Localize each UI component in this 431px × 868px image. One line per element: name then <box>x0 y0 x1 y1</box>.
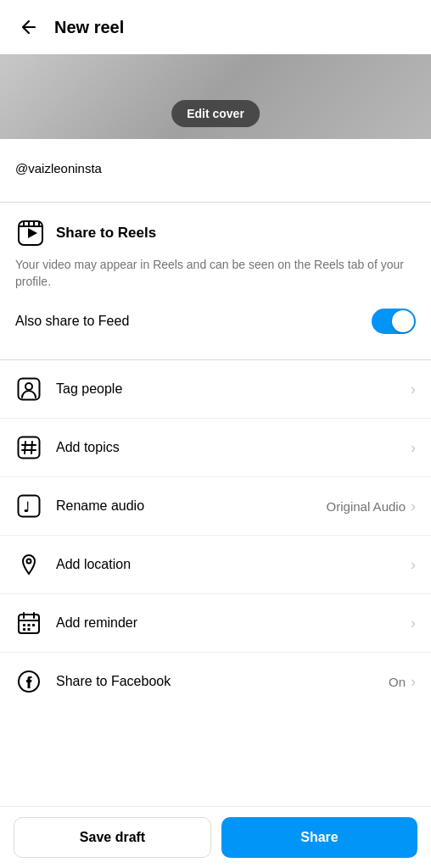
svg-rect-21 <box>23 624 25 626</box>
add-reminder-chevron: › <box>411 615 416 632</box>
calendar-icon <box>15 609 42 637</box>
add-location-chevron: › <box>411 556 416 574</box>
menu-item-add-topics[interactable]: Add topics › <box>0 419 431 477</box>
username-section: @vaizleoninsta <box>0 153 431 202</box>
cover-section: Edit cover <box>0 54 431 139</box>
add-topics-label: Add topics <box>56 440 406 455</box>
menu-list: Tag people › Add topics › <box>0 360 431 710</box>
svg-line-10 <box>25 442 25 453</box>
toggle-track <box>372 309 416 334</box>
location-pin-icon <box>15 551 42 578</box>
bottom-bar: Save draft Share <box>0 806 431 868</box>
menu-item-rename-audio[interactable]: ♩ Rename audio Original Audio › <box>0 477 431 536</box>
rename-audio-chevron: › <box>411 498 416 515</box>
username-text: @vaizleoninsta <box>15 161 102 175</box>
svg-rect-23 <box>32 624 35 626</box>
page-title: New reel <box>54 18 124 37</box>
save-draft-button[interactable]: Save draft <box>14 817 211 858</box>
svg-line-11 <box>31 442 32 453</box>
share-facebook-value: On <box>389 675 406 689</box>
rename-audio-value: Original Audio <box>327 499 406 514</box>
share-reels-header: Share to Reels <box>15 218 416 248</box>
menu-item-tag-people[interactable]: Tag people › <box>0 360 431 419</box>
menu-item-add-location[interactable]: Add location › <box>0 536 431 594</box>
toggle-thumb <box>392 310 414 332</box>
also-share-label: Also share to Feed <box>15 314 129 329</box>
svg-rect-22 <box>28 624 31 626</box>
music-square-icon: ♩ <box>15 492 42 520</box>
tag-people-label: Tag people <box>56 381 406 397</box>
share-facebook-chevron: › <box>411 673 416 691</box>
svg-point-8 <box>25 383 32 390</box>
menu-item-add-reminder[interactable]: Add reminder › <box>0 594 431 653</box>
share-facebook-label: Share to Facebook <box>56 674 389 689</box>
also-share-feed-row: Also share to Feed <box>15 303 416 339</box>
share-reels-description: Your video may appear in Reels and can b… <box>15 257 416 290</box>
person-square-icon <box>15 376 42 403</box>
also-share-toggle[interactable] <box>372 309 416 334</box>
facebook-icon <box>15 668 42 695</box>
edit-cover-button[interactable]: Edit cover <box>171 100 260 127</box>
svg-text:♩: ♩ <box>23 500 30 515</box>
header: New reel <box>0 0 431 54</box>
share-button[interactable]: Share <box>221 817 417 858</box>
add-topics-chevron: › <box>411 439 416 457</box>
hashtag-square-icon <box>15 434 42 461</box>
reels-icon <box>15 218 46 248</box>
svg-rect-24 <box>23 628 25 631</box>
menu-item-share-facebook[interactable]: Share to Facebook On › <box>0 653 431 710</box>
add-reminder-label: Add reminder <box>56 615 406 631</box>
svg-rect-25 <box>28 628 31 631</box>
tag-people-chevron: › <box>411 381 416 398</box>
add-location-label: Add location <box>56 557 406 572</box>
rename-audio-label: Rename audio <box>56 498 327 514</box>
share-reels-title: Share to Reels <box>56 225 156 242</box>
svg-marker-1 <box>28 228 37 238</box>
svg-point-16 <box>27 559 31 564</box>
back-button[interactable] <box>15 14 42 41</box>
svg-rect-9 <box>19 437 40 459</box>
share-reels-section: Share to Reels Your video may appear in … <box>0 203 431 351</box>
